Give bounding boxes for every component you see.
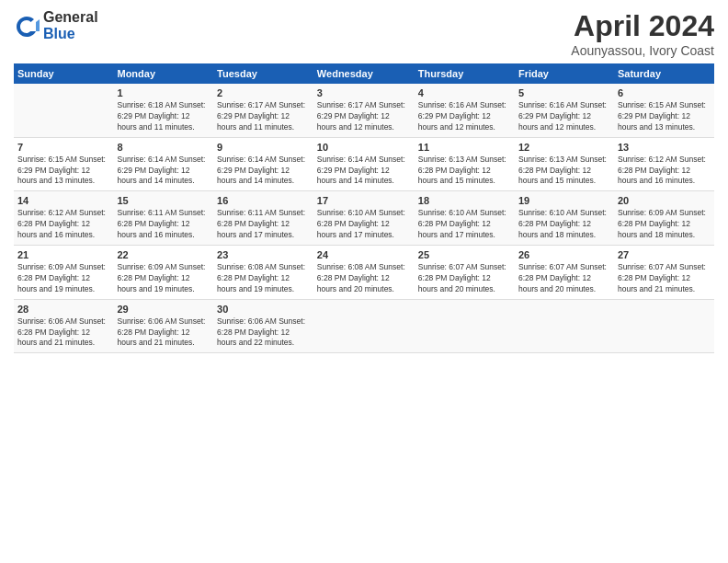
day-cell: 23Sunrise: 6:08 AM Sunset: 6:28 PM Dayli… [213,246,313,300]
day-number: 7 [17,142,109,153]
logo-icon [14,13,40,39]
day-number: 22 [117,249,210,260]
day-cell: 4Sunrise: 6:16 AM Sunset: 6:29 PM Daylig… [415,84,515,137]
week-row-4: 28Sunrise: 6:06 AM Sunset: 6:28 PM Dayli… [14,299,714,353]
day-info: Sunrise: 6:07 AM Sunset: 6:28 PM Dayligh… [618,262,711,295]
day-info: Sunrise: 6:06 AM Sunset: 6:28 PM Dayligh… [217,316,310,350]
day-cell: 18Sunrise: 6:10 AM Sunset: 6:28 PM Dayli… [415,191,515,246]
header-thursday: Thursday [415,63,515,84]
day-number: 16 [217,195,310,206]
calendar-header: Sunday Monday Tuesday Wednesday Thursday… [14,63,714,84]
day-cell: 7Sunrise: 6:15 AM Sunset: 6:29 PM Daylig… [14,137,113,191]
day-cell: 30Sunrise: 6:06 AM Sunset: 6:28 PM Dayli… [213,299,313,353]
logo-text: General Blue [43,9,98,41]
day-number: 10 [317,142,411,153]
day-info: Sunrise: 6:09 AM Sunset: 6:28 PM Dayligh… [618,208,711,241]
day-cell: 12Sunrise: 6:13 AM Sunset: 6:28 PM Dayli… [515,137,614,191]
day-number: 27 [618,249,711,260]
day-cell: 3Sunrise: 6:17 AM Sunset: 6:29 PM Daylig… [313,84,415,137]
week-row-3: 21Sunrise: 6:09 AM Sunset: 6:28 PM Dayli… [14,246,714,300]
header-tuesday: Tuesday [213,63,313,84]
week-row-0: 1Sunrise: 6:18 AM Sunset: 6:29 PM Daylig… [14,84,714,137]
day-number: 30 [217,304,310,315]
day-info: Sunrise: 6:14 AM Sunset: 6:29 PM Dayligh… [217,155,310,188]
day-cell: 14Sunrise: 6:12 AM Sunset: 6:28 PM Dayli… [14,191,113,246]
day-number: 14 [17,195,109,206]
day-number: 3 [317,87,411,98]
day-number: 24 [317,249,411,260]
header-wednesday: Wednesday [313,63,415,84]
day-cell: 20Sunrise: 6:09 AM Sunset: 6:28 PM Dayli… [614,191,714,246]
day-number: 15 [117,195,210,206]
day-number: 9 [217,142,310,153]
day-cell [415,299,515,353]
title-location: Aounyassou, Ivory Coast [571,43,714,58]
calendar-body: 1Sunrise: 6:18 AM Sunset: 6:29 PM Daylig… [14,84,714,353]
day-info: Sunrise: 6:10 AM Sunset: 6:28 PM Dayligh… [317,208,411,241]
day-info: Sunrise: 6:12 AM Sunset: 6:28 PM Dayligh… [618,155,711,188]
day-cell: 24Sunrise: 6:08 AM Sunset: 6:28 PM Dayli… [313,246,415,300]
day-info: Sunrise: 6:10 AM Sunset: 6:28 PM Dayligh… [518,208,610,241]
header-friday: Friday [515,63,614,84]
day-info: Sunrise: 6:17 AM Sunset: 6:29 PM Dayligh… [217,100,310,133]
title-month: April 2024 [571,9,714,43]
day-cell: 1Sunrise: 6:18 AM Sunset: 6:29 PM Daylig… [113,84,213,137]
day-cell: 11Sunrise: 6:13 AM Sunset: 6:28 PM Dayli… [415,137,515,191]
day-info: Sunrise: 6:10 AM Sunset: 6:28 PM Dayligh… [418,208,511,241]
day-number: 1 [117,87,210,98]
day-cell: 25Sunrise: 6:07 AM Sunset: 6:28 PM Dayli… [415,246,515,300]
day-info: Sunrise: 6:16 AM Sunset: 6:29 PM Dayligh… [518,100,610,133]
day-number: 12 [518,142,610,153]
day-number: 23 [217,249,310,260]
day-info: Sunrise: 6:16 AM Sunset: 6:29 PM Dayligh… [418,100,511,133]
header-monday: Monday [113,63,213,84]
week-row-2: 14Sunrise: 6:12 AM Sunset: 6:28 PM Dayli… [14,191,714,246]
day-info: Sunrise: 6:07 AM Sunset: 6:28 PM Dayligh… [418,262,511,295]
day-info: Sunrise: 6:06 AM Sunset: 6:28 PM Dayligh… [117,316,210,350]
day-info: Sunrise: 6:11 AM Sunset: 6:28 PM Dayligh… [217,208,310,241]
day-cell [515,299,614,353]
header-sunday: Sunday [14,63,113,84]
day-info: Sunrise: 6:09 AM Sunset: 6:28 PM Dayligh… [117,262,210,295]
day-cell: 9Sunrise: 6:14 AM Sunset: 6:29 PM Daylig… [213,137,313,191]
day-number: 18 [418,195,511,206]
title-block: April 2024 Aounyassou, Ivory Coast [571,9,714,58]
day-cell: 13Sunrise: 6:12 AM Sunset: 6:28 PM Dayli… [614,137,714,191]
day-cell: 26Sunrise: 6:07 AM Sunset: 6:28 PM Dayli… [515,246,614,300]
day-number: 25 [418,249,511,260]
week-row-1: 7Sunrise: 6:15 AM Sunset: 6:29 PM Daylig… [14,137,714,191]
day-cell: 6Sunrise: 6:15 AM Sunset: 6:29 PM Daylig… [614,84,714,137]
day-number: 2 [217,87,310,98]
day-number: 4 [418,87,511,98]
logo-blue-text: Blue [43,26,98,42]
day-info: Sunrise: 6:08 AM Sunset: 6:28 PM Dayligh… [317,262,411,295]
logo: General Blue [14,9,98,41]
day-cell: 10Sunrise: 6:14 AM Sunset: 6:29 PM Dayli… [313,137,415,191]
day-cell: 17Sunrise: 6:10 AM Sunset: 6:28 PM Dayli… [313,191,415,246]
logo-general-text: General [43,9,98,26]
day-info: Sunrise: 6:13 AM Sunset: 6:28 PM Dayligh… [418,155,511,188]
day-info: Sunrise: 6:12 AM Sunset: 6:28 PM Dayligh… [17,208,109,241]
calendar-table: Sunday Monday Tuesday Wednesday Thursday… [14,63,714,353]
day-number: 28 [17,304,109,315]
day-info: Sunrise: 6:13 AM Sunset: 6:28 PM Dayligh… [518,155,610,188]
header-row: Sunday Monday Tuesday Wednesday Thursday… [14,63,714,84]
day-cell [313,299,415,353]
day-cell: 21Sunrise: 6:09 AM Sunset: 6:28 PM Dayli… [14,246,113,300]
day-info: Sunrise: 6:18 AM Sunset: 6:29 PM Dayligh… [117,100,210,133]
day-cell [14,84,113,137]
day-number: 11 [418,142,511,153]
day-number: 13 [618,142,711,153]
day-info: Sunrise: 6:06 AM Sunset: 6:28 PM Dayligh… [17,316,109,350]
day-cell: 8Sunrise: 6:14 AM Sunset: 6:29 PM Daylig… [113,137,213,191]
day-cell: 19Sunrise: 6:10 AM Sunset: 6:28 PM Dayli… [515,191,614,246]
day-number: 8 [117,142,210,153]
day-cell: 28Sunrise: 6:06 AM Sunset: 6:28 PM Dayli… [14,299,113,353]
day-number: 20 [618,195,711,206]
day-number: 17 [317,195,411,206]
day-info: Sunrise: 6:11 AM Sunset: 6:28 PM Dayligh… [117,208,210,241]
day-cell: 22Sunrise: 6:09 AM Sunset: 6:28 PM Dayli… [113,246,213,300]
day-number: 5 [518,87,610,98]
header: General Blue April 2024 Aounyassou, Ivor… [14,9,714,58]
day-cell: 29Sunrise: 6:06 AM Sunset: 6:28 PM Dayli… [113,299,213,353]
